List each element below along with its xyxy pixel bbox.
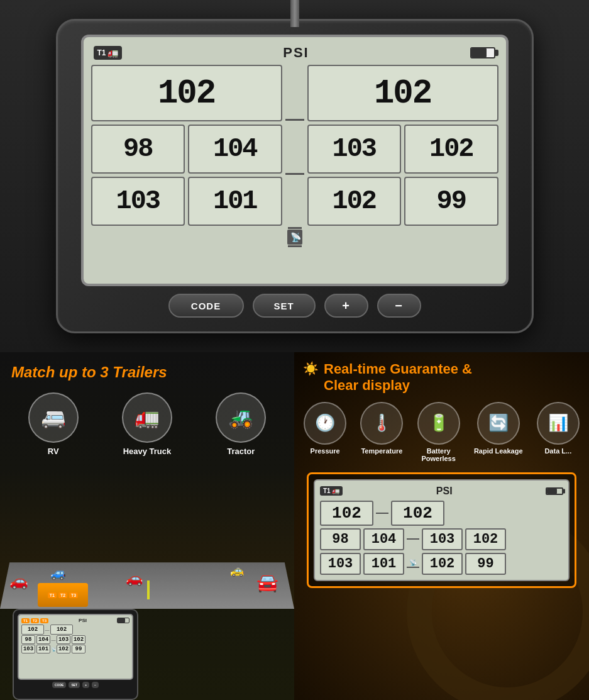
orange-border-display: T1 🚛 PSI 102 — [307, 472, 576, 588]
left-row3: 103 101 — [91, 177, 282, 226]
device-container: T1 🚛 PSI 102 — [56, 19, 534, 333]
rms-r2b: 102 — [465, 528, 506, 550]
battery-indicator — [470, 47, 495, 58]
lcd-value-l2b: 104 — [188, 125, 282, 174]
rms-row2: 98 104 103 102 — [320, 528, 563, 550]
t2-badge: T2 — [58, 592, 67, 598]
rms-t1-label: T1 🚛 — [320, 486, 343, 496]
mini-r2b: 102 — [72, 635, 85, 644]
rms-r2a: 103 — [422, 528, 463, 550]
data-log-label: Data L... — [544, 447, 571, 455]
mini-l2b: 104 — [36, 635, 50, 644]
rv-item: 🚐 RV — [28, 392, 79, 456]
rms-row1: 102 102 — [320, 501, 563, 526]
t1-label: T1 — [97, 48, 106, 57]
screen-header: T1 🚛 PSI — [91, 45, 498, 61]
right-row1: 102 — [307, 65, 498, 121]
right-features-row: 🕐 Pressure 🌡️ Temperature 🔋 Battery Powe… — [294, 398, 589, 466]
lcd-value-l1: 102 — [91, 65, 282, 121]
lcd-value-r1: 102 — [307, 65, 498, 121]
right-panel-title: Real-time Guarantee & Clear display — [324, 361, 472, 394]
mini-l3a: 103 — [21, 645, 35, 653]
mini-r1: 102 — [50, 625, 73, 635]
rms-header: T1 🚛 PSI — [320, 486, 563, 497]
code-button[interactable]: CODE — [168, 294, 244, 318]
device-screen: T1 🚛 PSI 102 — [81, 35, 509, 286]
mini-plus-btn[interactable]: + — [82, 682, 89, 688]
lcd-value-r2a: 103 — [307, 125, 402, 174]
signal-icon: 📡 — [289, 231, 300, 243]
mini-minus-btn[interactable]: − — [92, 682, 99, 688]
mini-screen-header: T1 T2 T3 PSI — [21, 618, 129, 623]
mini-l3b: 101 — [36, 645, 50, 653]
mini-code-btn[interactable]: CODE — [52, 682, 66, 688]
right-mini-screen: T1 🚛 PSI 102 — [314, 479, 570, 581]
tractor-label: Tractor — [227, 447, 255, 456]
plus-button[interactable]: + — [324, 294, 368, 318]
mini-set-btn[interactable]: SET — [69, 682, 80, 688]
right-mini-device-wrapper: T1 🚛 PSI 102 — [307, 472, 576, 588]
rms-l1: 102 — [320, 501, 373, 526]
mini-r3a: 102 — [57, 645, 70, 653]
rms-l2b: 104 — [363, 528, 404, 550]
mini-row1: 102 — 102 — [21, 625, 129, 635]
left-row1: 102 — [91, 65, 282, 121]
mini-l1: 102 — [21, 625, 44, 635]
rms-grid: 102 102 98 104 — [320, 501, 563, 575]
right-row3: 102 99 — [307, 177, 498, 226]
rms-r3a: 102 — [422, 553, 463, 575]
temperature-icon: 🌡️ — [360, 402, 403, 445]
rapid-leakage-item: 🔄 Rapid Leakage — [474, 402, 523, 462]
pressure-item: 🕐 Pressure — [304, 402, 346, 462]
mini-device-left: T1 T2 T3 PSI 102 — 102 — [13, 609, 138, 700]
battery-powerless-item: 🔋 Battery Powerless — [417, 402, 460, 462]
t1-indicator: T1 🚛 — [94, 46, 122, 60]
mini-t1-badge: T1 — [21, 618, 30, 623]
lcd-value-l3a: 103 — [91, 177, 185, 226]
mini-screen-left: T1 T2 T3 PSI 102 — 102 — [18, 614, 133, 680]
left-panel: 🚗 🚙 🚘 🚕 🚗 T1 T2 T3 Match up to 3 Trailer… — [0, 352, 294, 700]
data-log-icon: 📊 — [537, 402, 580, 445]
device-buttons: CODE SET + − — [168, 294, 421, 318]
heavy-truck-label: Heavy Truck — [123, 447, 172, 456]
mini-l2a: 98 — [21, 635, 35, 644]
rms-psi-label: PSI — [436, 486, 453, 497]
rv-icon: 🚐 — [28, 392, 79, 443]
rms-l2a: 98 — [320, 528, 361, 550]
battery-powerless-label: Battery Powerless — [421, 447, 455, 462]
minus-button[interactable]: − — [377, 294, 421, 318]
truck-icon: 🚛 — [107, 48, 118, 58]
svg-text:📡: 📡 — [290, 232, 300, 243]
lcd-value-r2b: 102 — [404, 125, 498, 174]
mini-row2: 98 104 — 103 102 — [21, 635, 129, 644]
tractor-item: 🚜 Tractor — [216, 392, 266, 456]
center-connector: 📡 — [285, 65, 304, 276]
t1-badge: T1 — [48, 592, 57, 598]
heavy-truck-icon: 🚛 — [122, 392, 172, 443]
lcd-value-r3a: 102 — [307, 177, 402, 226]
rapid-leakage-icon: 🔄 — [477, 402, 520, 445]
set-button[interactable]: SET — [253, 294, 316, 318]
battery-powerless-icon: 🔋 — [417, 402, 460, 445]
heavy-truck-item: 🚛 Heavy Truck — [122, 392, 172, 456]
right-column: 102 103 102 10 — [307, 65, 498, 276]
lcd-value-l2a: 98 — [91, 125, 185, 174]
trailer-icons-row: 🚐 RV 🚛 Heavy Truck 🚜 Tractor — [0, 386, 294, 462]
data-log-item: 📊 Data L... — [537, 402, 580, 462]
left-column: 102 98 104 103 — [91, 65, 282, 276]
mini-row3: 103 101 📡 102 99 — [21, 645, 129, 653]
rapid-leakage-label: Rapid Leakage — [474, 447, 523, 455]
top-section: T1 🚛 PSI 102 — [0, 0, 589, 352]
rms-row3: 103 101 📡 102 99 — [320, 553, 563, 575]
tractor-icon: 🚜 — [216, 392, 266, 443]
rv-label: RV — [48, 447, 59, 456]
mini-t2-badge: T2 — [31, 618, 39, 623]
left-row2: 98 104 — [91, 125, 282, 174]
right-panel-title-area: ☀️ Real-time Guarantee & Clear display — [294, 352, 589, 398]
bottom-section: 🚗 🚙 🚘 🚕 🚗 T1 T2 T3 Match up to 3 Trailer… — [0, 352, 589, 700]
mini-r2a: 103 — [57, 635, 70, 644]
sun-icon: ☀️ — [303, 361, 319, 376]
right-row2: 103 102 — [307, 125, 498, 174]
pressure-label: Pressure — [311, 447, 340, 455]
psi-label: PSI — [283, 45, 309, 61]
